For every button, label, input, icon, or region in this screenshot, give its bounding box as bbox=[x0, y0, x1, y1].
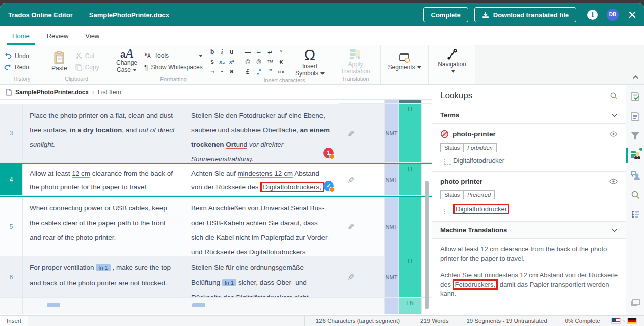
target-segment[interactable]: Stellen Sie für eine ordnungsgemäße Belü… bbox=[184, 256, 339, 298]
paste-icon bbox=[53, 51, 65, 65]
tools-icon: A bbox=[144, 52, 151, 59]
target-segment[interactable]: Stellen Sie den Fotodrucker auf eine Ebe… bbox=[184, 104, 339, 163]
machine-translation-result: Allow at least 12 cm clearance from the … bbox=[432, 239, 626, 305]
error-count-badge[interactable]: 1 bbox=[323, 148, 334, 158]
trademark-button[interactable]: ™ bbox=[264, 58, 276, 67]
source-segment[interactable] bbox=[23, 298, 184, 314]
term-translation: Digitalfotodrucker bbox=[444, 157, 618, 165]
source-segment[interactable]: Place the photo printer on a flat, clean… bbox=[23, 104, 184, 163]
segments-menu[interactable]: ? Segments bbox=[385, 52, 424, 71]
complete-button[interactable]: Complete bbox=[423, 7, 468, 22]
copyright-button[interactable]: © bbox=[242, 58, 253, 67]
confirmed-badge[interactable]: ✓ bbox=[323, 181, 334, 191]
em-dash-button[interactable]: — bbox=[242, 48, 253, 58]
target-segment[interactable]: Beim Anschließen von Universal Serial Bu… bbox=[184, 197, 339, 256]
insert-mode-indicator: Insert bbox=[0, 316, 28, 326]
ribbon-tab-bar: Home Review View bbox=[0, 26, 644, 45]
bold-button[interactable]: b bbox=[208, 47, 217, 57]
line-break-button[interactable]: ↵ bbox=[264, 48, 276, 58]
user-avatar[interactable]: DB bbox=[607, 9, 619, 21]
subscript-button[interactable]: x₂ bbox=[218, 57, 227, 66]
breadcrumb-file[interactable]: SamplePhotoPrinter.docx bbox=[15, 89, 89, 96]
underline-button[interactable]: u bbox=[227, 47, 236, 57]
tab-view[interactable]: View bbox=[80, 28, 104, 45]
source-segment[interactable]: When connecting power or USB cables, kee… bbox=[23, 197, 184, 256]
context-cell-li: LI bbox=[399, 256, 422, 298]
download-translated-file-button[interactable]: Download translated file bbox=[474, 7, 576, 22]
document-icon bbox=[6, 89, 12, 96]
tools-menu[interactable]: A Tools bbox=[144, 52, 203, 59]
insert-symbols-button[interactable]: Ω Insert Symbols bbox=[291, 47, 329, 77]
euro-button[interactable]: € bbox=[276, 58, 287, 67]
copy-button[interactable]: Copy bbox=[75, 64, 99, 71]
clear-formatting-button[interactable]: a bbox=[227, 67, 236, 76]
change-case-button[interactable]: aA Change Case bbox=[113, 50, 140, 73]
context-cell-li: LI bbox=[399, 104, 422, 163]
pound-button[interactable]: £ bbox=[242, 67, 253, 77]
target-segment[interactable]: Achten Sie auf mindestens 12 cm Abstand … bbox=[184, 164, 339, 196]
redo-icon bbox=[4, 64, 12, 70]
structure-tree-icon[interactable] bbox=[630, 209, 641, 220]
filter-icon[interactable] bbox=[630, 130, 641, 141]
collapse-ribbon-icon[interactable] bbox=[632, 72, 639, 81]
apply-translation-button[interactable]: Apply Translation bbox=[335, 48, 377, 75]
source-segment[interactable]: For proper ventilation fn 1 , make sure … bbox=[23, 256, 184, 298]
low-quotes-button[interactable]: „“ bbox=[253, 67, 264, 77]
chevron-down-icon bbox=[320, 72, 325, 75]
vertical-scrollbar[interactable] bbox=[425, 181, 429, 309]
edit-cell[interactable]: ✎ bbox=[339, 104, 362, 163]
edit-cell[interactable]: ✎ bbox=[339, 164, 362, 196]
preview-document-icon[interactable] bbox=[630, 111, 641, 122]
format-mini-buttons: b i u s x₂ x² ¬ - a bbox=[208, 47, 236, 76]
search-sidebar-icon[interactable] bbox=[630, 189, 641, 200]
qa-check-icon[interactable] bbox=[630, 91, 641, 102]
segment-number: 3 bbox=[0, 104, 23, 163]
pencil-icon: ✎ bbox=[345, 176, 356, 183]
eye-icon[interactable] bbox=[609, 131, 618, 137]
paste-button[interactable]: Paste bbox=[48, 51, 70, 72]
tab-home[interactable]: Home bbox=[7, 28, 35, 45]
chevron-down-icon bbox=[611, 228, 618, 232]
registered-button[interactable]: ® bbox=[253, 58, 264, 67]
tree-connector bbox=[444, 209, 451, 214]
segment-number: 5 bbox=[0, 197, 23, 256]
language-arrow: › bbox=[623, 318, 625, 324]
target-language-flag-de bbox=[627, 318, 637, 324]
terms-section-header[interactable]: Terms bbox=[432, 106, 626, 124]
undo-button[interactable]: Undo bbox=[4, 52, 29, 60]
degree-button[interactable]: ° bbox=[276, 48, 287, 58]
term-status: StatusForbidden bbox=[440, 143, 618, 152]
tab-review[interactable]: Review bbox=[42, 28, 74, 45]
italic-button[interactable]: i bbox=[218, 47, 227, 57]
cut-button[interactable]: Cut bbox=[75, 52, 99, 60]
edit-cell[interactable]: ✎ bbox=[339, 197, 362, 256]
show-whitespaces-button[interactable]: ¶ Show Whitespaces bbox=[144, 63, 203, 71]
term-lookup-icon[interactable] bbox=[630, 150, 641, 161]
match-origin-nmt: NMT bbox=[385, 104, 399, 163]
machine-translations-header[interactable]: Machine Translations bbox=[432, 222, 626, 239]
layout-window-icon[interactable] bbox=[630, 297, 641, 308]
ribbon: Undo Redo History Paste bbox=[0, 45, 644, 85]
en-dash-button[interactable]: – bbox=[253, 48, 264, 58]
eye-icon[interactable] bbox=[609, 179, 618, 184]
annotation-red-box: Digitalfotodrucker bbox=[453, 204, 509, 214]
close-icon[interactable] bbox=[629, 11, 636, 18]
source-segment[interactable]: Allow at least 12 cm clearance from the … bbox=[23, 164, 184, 196]
segment-row-4-active: 4 Allow at least 12 cm clearance from th… bbox=[0, 163, 432, 197]
strikethrough-button[interactable]: s bbox=[208, 57, 217, 66]
breadcrumb: SamplePhotoPrinter.docx › List Item bbox=[0, 85, 432, 100]
superscript-button[interactable]: x² bbox=[227, 57, 236, 66]
navigation-icon bbox=[446, 48, 458, 61]
edit-cell[interactable]: ✎ bbox=[339, 256, 362, 298]
hyphen-button[interactable]: - bbox=[218, 67, 227, 76]
optional-hyphen-button[interactable]: ¬ bbox=[208, 67, 217, 76]
info-icon[interactable]: i bbox=[587, 10, 598, 20]
navigation-menu[interactable]: Navigation bbox=[433, 48, 471, 75]
apostrophes-button[interactable]: ''' bbox=[264, 67, 276, 77]
match-origin-nmt: NMT bbox=[385, 197, 399, 256]
redo-button[interactable]: Redo bbox=[4, 64, 29, 71]
comments-icon[interactable] bbox=[630, 170, 641, 181]
target-segment[interactable] bbox=[184, 298, 339, 314]
search-icon[interactable] bbox=[610, 92, 618, 100]
guillemets-button[interactable]: «» bbox=[276, 67, 287, 77]
